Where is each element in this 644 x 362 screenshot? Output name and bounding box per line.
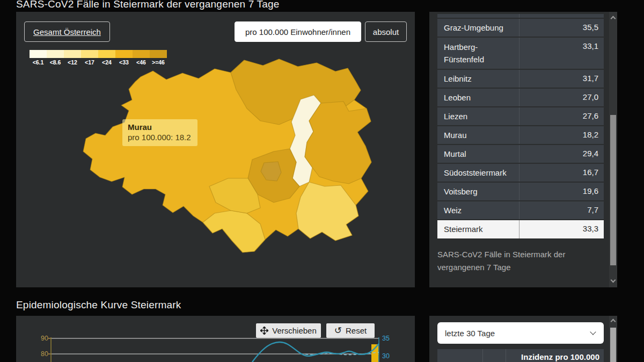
- chevron-down-icon: [590, 329, 596, 335]
- table-scrollbar[interactable]: [609, 12, 617, 287]
- table-row[interactable]: Südoststeiermark 16,7: [437, 164, 604, 182]
- header-col-empty: [483, 349, 506, 362]
- district-value: 18,2: [519, 126, 604, 144]
- district-table: Graz-Umgebung 35,5 Hartberg-Fürstenfeld …: [437, 14, 604, 240]
- bottom-scrollbar[interactable]: [609, 316, 617, 362]
- time-range-select[interactable]: letzte 30 Tage: [437, 322, 604, 344]
- district-name: Liezen: [437, 110, 519, 122]
- legend-swatch: [47, 50, 64, 58]
- district-value: 35,5: [519, 19, 604, 37]
- steiermark-choropleth-map[interactable]: [75, 57, 397, 283]
- gesamt-oesterreich-label: Gesamt Österreich: [33, 27, 101, 37]
- header-col-empty: [437, 349, 483, 362]
- district-name: Südoststeiermark: [437, 166, 519, 179]
- absolut-label: absolut: [373, 27, 399, 37]
- legend-swatch: [81, 50, 98, 58]
- legend-swatch: [30, 50, 47, 58]
- table-row[interactable]: Murtal 29,4: [437, 145, 604, 163]
- scroll-up-icon[interactable]: [610, 16, 616, 21]
- district-value: 31,7: [519, 70, 604, 88]
- epi-curve-panel: Verschieben ↺ Reset 90 80 35 30: [16, 316, 415, 362]
- district-table-panel: Graz-Umgebung 35,5 Hartberg-Fürstenfeld …: [429, 12, 617, 287]
- scrollbar-thumb[interactable]: [610, 115, 616, 265]
- table-row[interactable]: Voitsberg 19,6: [437, 183, 604, 200]
- scroll-up-icon[interactable]: [610, 319, 616, 324]
- legend-label: <6.1: [30, 59, 47, 66]
- map-tooltip: Murau pro 100.000: 18.2: [122, 119, 197, 146]
- district-name: Murau: [437, 129, 519, 141]
- table-row[interactable]: Leibnitz 31,7: [437, 70, 604, 88]
- legend-swatch: [133, 50, 150, 58]
- scrollbar-thumb[interactable]: [610, 328, 616, 362]
- absolut-toggle-button[interactable]: absolut: [365, 21, 407, 42]
- table-row[interactable]: Liezen 27,6: [437, 107, 604, 125]
- scroll-down-icon[interactable]: [610, 278, 616, 283]
- district-name: Steiermark: [437, 223, 519, 235]
- incidence-table-header: Inzidenz pro 100.000: [437, 349, 604, 362]
- range-table-panel: letzte 30 Tage Inzidenz pro 100.000: [429, 316, 617, 362]
- legend-swatch: [98, 50, 115, 58]
- map-section-title: SARS-CoV2 Fälle in Steiermark der vergan…: [16, 0, 280, 10]
- district-name: Voitsberg: [437, 185, 519, 198]
- table-row[interactable]: Leoben 27,0: [437, 89, 604, 106]
- legend-swatch: [150, 50, 167, 58]
- district-value: 33,1: [519, 38, 604, 69]
- legend-swatches: [30, 50, 167, 58]
- district-name: Graz-Umgebung: [437, 21, 519, 34]
- district-name: Murtal: [437, 148, 519, 160]
- curve-section-title: Epidemiologische Kurve Steiermark: [16, 299, 181, 311]
- map-panel: Gesamt Österreich pro 100.000 Einwohner/…: [16, 12, 415, 287]
- table-row[interactable]: Weiz 7,7: [437, 201, 604, 219]
- per-100k-toggle-button[interactable]: pro 100.000 Einwohner/innen: [235, 21, 361, 42]
- district-value: 33,3: [519, 220, 604, 238]
- incidence-header-label: Inzidenz pro 100.000: [506, 349, 604, 362]
- table-row[interactable]: Hartberg-Fürstenfeld 33,1: [437, 38, 604, 69]
- average-line: [252, 342, 379, 362]
- district-name: Hartberg-Fürstenfeld: [437, 41, 519, 66]
- table-row-partial[interactable]: [437, 14, 604, 18]
- district-value: 27,0: [519, 89, 604, 106]
- table-row[interactable]: Murau 18,2: [437, 126, 604, 144]
- legend-swatch: [115, 50, 133, 58]
- table-row[interactable]: Graz-Umgebung 35,5: [437, 19, 604, 37]
- table-row-steiermark-selected[interactable]: Steiermark 33,3: [437, 220, 604, 238]
- legend-swatch: [64, 50, 81, 58]
- district-value: 27,6: [519, 107, 604, 125]
- map-tooltip-title: Murau: [128, 122, 191, 132]
- legend-label: <8.6: [47, 59, 64, 66]
- epi-curve-plot[interactable]: [16, 316, 415, 362]
- time-range-value: letzte 30 Tage: [437, 329, 591, 338]
- district-name: Leoben: [437, 91, 519, 104]
- district-value: 16,7: [519, 164, 604, 182]
- map-tooltip-value: pro 100.000: 18.2: [128, 133, 191, 142]
- district-value: 29,4: [519, 145, 604, 163]
- district-value: 7,7: [519, 201, 604, 219]
- district-name: Leibnitz: [437, 73, 519, 85]
- gesamt-oesterreich-button[interactable]: Gesamt Österreich: [24, 21, 110, 42]
- incidence-bar: [371, 344, 378, 362]
- district-value: 19,6: [519, 183, 604, 200]
- district-name: Weiz: [437, 204, 519, 216]
- table-caption: SARS-CoV2 Fälle in Steiermark der vergan…: [437, 248, 593, 274]
